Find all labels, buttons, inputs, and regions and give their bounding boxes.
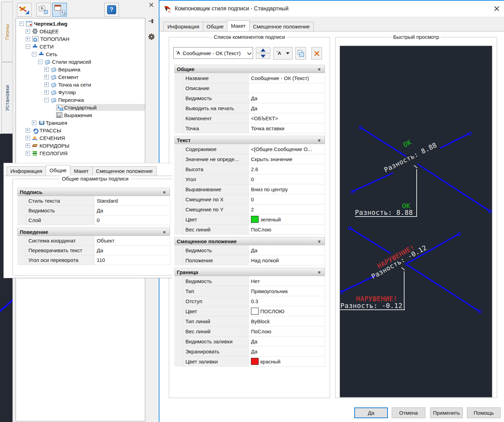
collapse-icon[interactable] [19, 21, 24, 26]
group-header-border[interactable]: Граница» [174, 268, 325, 276]
layout-tab-page: Список компонентов подписи Сообщение - О… [159, 31, 504, 422]
ok-button[interactable]: Да [354, 407, 388, 418]
expand-icon[interactable] [26, 37, 30, 41]
tree-item-crossing[interactable]: Пересечка [16, 96, 145, 104]
close-icon[interactable] [493, 5, 501, 12]
dialog-title: Компоновщик стиля подписи - Стандартный [175, 6, 288, 12]
expand-icon[interactable] [44, 90, 49, 95]
edit-style-button[interactable] [17, 3, 32, 17]
delete-component-button[interactable] [311, 47, 322, 60]
label-tag-icon [51, 82, 57, 87]
group-header-text[interactable]: Текст» [174, 136, 325, 144]
tree-item-standard[interactable]: Стандартный [16, 104, 145, 111]
violation-shelf-status: НАРУШЕНИЕ! [356, 295, 397, 302]
expand-icon[interactable] [26, 29, 30, 34]
tree-item-expressions[interactable]: Выражения [16, 111, 145, 119]
group-header-label[interactable]: Подпись» [17, 188, 170, 196]
tree-item-drawing[interactable]: Чертеж1.dwg [16, 20, 145, 27]
cad-endpoint [478, 310, 482, 314]
property-row: Высота 2.6 [174, 164, 325, 174]
leader-line [401, 267, 405, 270]
tree-item-point-on-net[interactable]: Точка на сети [16, 81, 145, 88]
property-row: Стиль текста Standard [17, 196, 170, 206]
label-tag-icon [45, 59, 50, 64]
cad-line [360, 127, 407, 157]
tree-item-topoplan[interactable]: ТОПОПЛАН [16, 35, 145, 43]
tab-general[interactable]: Общие [46, 165, 70, 176]
tree-item-corridors[interactable]: КОРИДОРЫ [16, 142, 145, 149]
add-component-button[interactable] [273, 47, 293, 60]
collapse-icon[interactable] [38, 60, 43, 64]
help-button[interactable]: Помощь [467, 407, 501, 418]
copy-component-button[interactable] [295, 47, 306, 60]
palette-autohide-pin-icon[interactable] [148, 18, 155, 24]
expand-icon[interactable] [44, 75, 49, 79]
group-header-dragged-state[interactable]: Смещенное положение» [174, 237, 325, 245]
tree-item-network[interactable]: Сеть [16, 50, 145, 58]
side-tab-installations[interactable]: Установки [1, 62, 12, 134]
property-row-color: Цвет заливки красный [174, 357, 325, 367]
tree-item-geology[interactable]: ГЕОЛОГИЯ [16, 149, 145, 157]
tab-layout[interactable]: Макет [70, 166, 92, 176]
component-list-group-title: Список компонентов подписи [212, 34, 287, 40]
text-component-icon [175, 50, 181, 56]
tab-dragged-state[interactable]: Смещенное положение [92, 166, 157, 176]
tree-item-networks[interactable]: СЕТИ [16, 43, 145, 50]
side-tab-installations-label: Установки [4, 85, 10, 111]
tab-general[interactable]: Общие [203, 22, 227, 31]
label-style-dialog: Информация Общие Макет Смещенное положен… [3, 163, 172, 278]
group-header-behavior[interactable]: Поведение» [17, 228, 170, 236]
tree-item-label-styles[interactable]: Стили подписей [16, 58, 145, 65]
tab-information[interactable]: Информация [7, 166, 46, 176]
cad-line [349, 227, 391, 254]
tree-item-segment[interactable]: Сегмент [16, 73, 145, 81]
label-tag-icon [51, 74, 57, 80]
property-row: Отступ 0.3 [174, 296, 325, 306]
tree-item-vertex[interactable]: Вершина [16, 65, 145, 73]
cad-endpoint [350, 190, 354, 194]
expand-icon[interactable] [26, 136, 30, 140]
ok-shelf-text: Разность: 8.88 [355, 209, 413, 216]
property-row: Выравнивание Вниз по центру [174, 184, 325, 194]
palette-properties-gear-icon[interactable] [148, 34, 155, 40]
collapse-chevron-icon: » [162, 231, 167, 234]
move-component-up-button[interactable] [256, 47, 270, 53]
cad-line [440, 133, 470, 149]
tab-information[interactable]: Информация [164, 22, 203, 31]
expand-icon[interactable] [26, 143, 30, 148]
tree-item-casing[interactable]: Футляр [16, 88, 145, 96]
label-style-composer-button[interactable] [52, 3, 67, 17]
apply-button[interactable]: Применить [430, 407, 463, 418]
label-tag-icon [51, 97, 57, 103]
expand-icon[interactable] [44, 67, 49, 72]
component-list-group: Список компонентов подписи Сообщение - О… [169, 37, 330, 398]
tree-item-trench[interactable]: Траншея [16, 119, 145, 126]
collapse-icon[interactable] [32, 52, 36, 56]
move-component-down-button[interactable] [256, 53, 270, 59]
collapse-icon[interactable] [44, 98, 49, 102]
tab-layout[interactable]: Макет [227, 20, 249, 31]
help-button[interactable] [104, 3, 119, 17]
component-selector[interactable]: Сообщение - ОК (Текст) [173, 47, 253, 59]
cancel-button[interactable]: Отмена [392, 407, 425, 418]
tab-dragged-state[interactable]: Смещенное положение [249, 22, 314, 31]
cad-endpoint [359, 126, 363, 130]
route-icon [32, 128, 38, 133]
expand-icon[interactable] [44, 82, 49, 87]
tree-item-general[interactable]: ОБЩЕЕ [16, 27, 145, 35]
group-header-general[interactable]: Общие» [174, 65, 325, 73]
label-style-button[interactable] [36, 3, 51, 17]
composer-tab-strip: Информация Общие Макет Смещенное положен… [164, 21, 313, 31]
expand-icon[interactable] [26, 128, 30, 133]
property-row: Выводить на печать Да [174, 103, 325, 113]
collapse-icon[interactable] [26, 44, 30, 49]
palette-close-icon[interactable] [148, 2, 155, 8]
tree-item-sections[interactable]: СЕЧЕНИЯ [16, 134, 145, 142]
side-tab-geons[interactable]: Геоны [1, 2, 12, 62]
expand-icon[interactable] [32, 121, 36, 125]
expand-icon[interactable] [26, 151, 30, 156]
tree-item-routes[interactable]: ТРАССЫ [16, 126, 145, 134]
quick-preview-title: Быстрый просмотр [391, 34, 441, 40]
property-row: Вес линий ПоСлою [174, 326, 325, 336]
general-label-params-group: Общие параметры подписи Подпись» Стиль т… [12, 179, 172, 276]
